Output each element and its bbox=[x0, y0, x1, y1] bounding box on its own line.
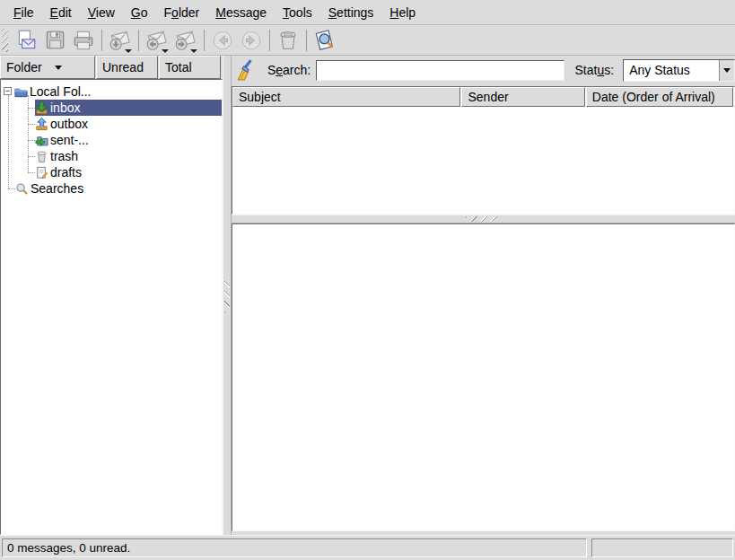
go-back-button[interactable] bbox=[209, 27, 236, 54]
toolbar-drag-handle[interactable] bbox=[2, 29, 8, 52]
forward-button[interactable] bbox=[172, 27, 199, 54]
search-folder-icon bbox=[15, 182, 29, 196]
folder-pane: Folder Unread Total − bbox=[0, 56, 223, 535]
status-bar: 0 messages, 0 unread. bbox=[0, 535, 735, 560]
save-button[interactable] bbox=[41, 27, 68, 54]
date-column-header[interactable]: Date (Order of Arrival) bbox=[586, 87, 733, 107]
menu-tools[interactable]: Tools bbox=[275, 3, 320, 22]
menu-view[interactable]: View bbox=[80, 3, 123, 22]
menu-bar: File Edit View Go Folder Message Tools S… bbox=[0, 0, 735, 25]
folder-column-header[interactable]: Folder bbox=[0, 56, 95, 79]
message-list-empty-area[interactable] bbox=[232, 107, 734, 214]
toolbar-separator bbox=[101, 30, 102, 51]
toolbar-separator bbox=[269, 30, 270, 51]
menu-file[interactable]: File bbox=[5, 3, 42, 22]
go-forward-button[interactable] bbox=[238, 27, 265, 54]
sort-desc-icon bbox=[55, 66, 62, 70]
tree-item-local-folders[interactable]: − Local Fol... bbox=[1, 83, 222, 100]
broom-icon bbox=[234, 58, 258, 82]
tree-item-drafts[interactable]: drafts bbox=[1, 164, 222, 180]
check-mail-button[interactable] bbox=[107, 27, 134, 54]
sent-mail-icon bbox=[35, 134, 48, 147]
reply-button[interactable] bbox=[144, 27, 171, 54]
toolbar-separator bbox=[306, 30, 307, 51]
message-list: Subject Sender Date (Order of Arrival) bbox=[232, 86, 735, 214]
toolbar-separator bbox=[138, 30, 139, 51]
find-button[interactable] bbox=[311, 27, 338, 54]
drafts-icon bbox=[35, 166, 48, 179]
trash-icon bbox=[276, 29, 300, 52]
find-messages-icon bbox=[313, 29, 337, 52]
toolbar-separator bbox=[204, 30, 205, 51]
total-column-header[interactable]: Total bbox=[159, 56, 221, 79]
subject-column-header[interactable]: Subject bbox=[232, 87, 460, 107]
status-filter-value: Any Status bbox=[624, 63, 719, 77]
status-right-section bbox=[591, 538, 733, 557]
reply-dropdown-caret[interactable] bbox=[162, 49, 169, 53]
status-filter-combobox[interactable]: Any Status bbox=[623, 59, 735, 82]
main-toolbar bbox=[0, 25, 735, 56]
tree-item-outbox[interactable]: outbox bbox=[1, 116, 222, 132]
new-message-icon bbox=[14, 29, 38, 52]
quick-search-bar: Search: Status: Any Status bbox=[232, 56, 735, 84]
clear-search-button[interactable] bbox=[232, 57, 260, 83]
inbox-icon bbox=[35, 101, 48, 115]
tree-item-searches[interactable]: Searches bbox=[1, 180, 222, 197]
tree-item-sent[interactable]: sent-... bbox=[1, 132, 222, 148]
unread-column-header[interactable]: Unread bbox=[96, 56, 158, 79]
go-back-icon bbox=[211, 29, 234, 52]
selected-row-highlight: inbox bbox=[35, 100, 222, 116]
folder-tree: − Local Fol... in bbox=[0, 79, 223, 535]
forward-dropdown-caret[interactable] bbox=[190, 49, 197, 53]
outbox-icon bbox=[35, 118, 48, 131]
menu-help[interactable]: Help bbox=[381, 3, 424, 22]
collapse-expander-icon[interactable]: − bbox=[4, 87, 12, 95]
check-mail-dropdown-caret[interactable] bbox=[125, 49, 132, 53]
chevron-down-icon bbox=[723, 68, 731, 73]
save-icon bbox=[43, 29, 66, 52]
folder-list-header: Folder Unread Total bbox=[0, 56, 223, 79]
message-preview-pane[interactable] bbox=[232, 223, 735, 531]
tree-item-trash[interactable]: trash bbox=[1, 148, 222, 164]
go-forward-icon bbox=[240, 29, 263, 52]
print-button[interactable] bbox=[70, 27, 97, 54]
print-icon bbox=[72, 29, 95, 52]
search-label: Search: bbox=[267, 63, 311, 77]
trash-button[interactable] bbox=[275, 27, 302, 54]
menu-go[interactable]: Go bbox=[123, 3, 156, 22]
sender-column-header[interactable]: Sender bbox=[461, 87, 584, 107]
new-message-button[interactable] bbox=[13, 27, 39, 54]
splitter-grip bbox=[224, 276, 230, 313]
status-message: 0 messages, 0 unread. bbox=[2, 538, 587, 557]
status-label: Status: bbox=[575, 63, 615, 77]
pane-splitter-vertical[interactable] bbox=[223, 56, 232, 535]
trash-folder-icon bbox=[35, 150, 48, 163]
menu-message[interactable]: Message bbox=[207, 3, 275, 22]
message-list-header: Subject Sender Date (Order of Arrival) bbox=[232, 87, 734, 107]
pane-splitter-horizontal[interactable] bbox=[232, 214, 735, 223]
combo-dropdown-button[interactable] bbox=[719, 60, 734, 81]
tree-item-inbox[interactable]: inbox bbox=[1, 100, 222, 116]
search-input[interactable] bbox=[316, 60, 564, 81]
menu-edit[interactable]: Edit bbox=[42, 3, 80, 22]
splitter-grip bbox=[465, 216, 503, 222]
menu-folder[interactable]: Folder bbox=[156, 3, 208, 22]
menu-settings[interactable]: Settings bbox=[320, 3, 382, 22]
folder-icon bbox=[14, 85, 28, 99]
